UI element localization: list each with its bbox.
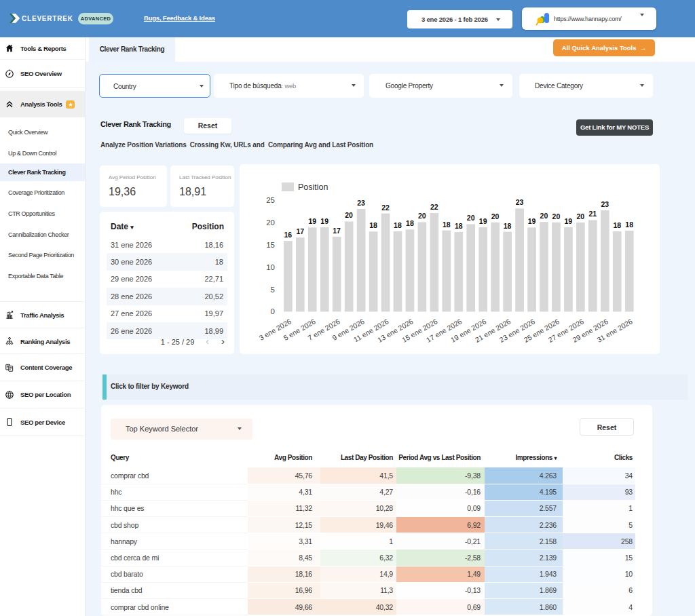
svg-text:19: 19 [320, 217, 328, 225]
svg-text:16: 16 [284, 231, 292, 239]
svg-text:Position: Position [298, 182, 328, 192]
svg-text:23: 23 [357, 199, 365, 207]
svg-text:23: 23 [601, 200, 609, 208]
svg-text:23: 23 [516, 198, 524, 206]
svg-text:0: 0 [271, 307, 275, 315]
svg-text:18: 18 [625, 220, 633, 229]
svg-text:19: 19 [308, 217, 316, 225]
svg-text:20: 20 [552, 212, 561, 220]
svg-text:18: 18 [443, 220, 451, 229]
svg-text:18: 18 [394, 221, 402, 229]
svg-text:20: 20 [540, 212, 548, 220]
svg-text:17: 17 [333, 227, 341, 235]
svg-text:20: 20 [576, 212, 584, 220]
svg-text:20: 20 [418, 212, 426, 220]
svg-text:22: 22 [381, 204, 390, 212]
svg-text:19: 19 [479, 217, 487, 225]
svg-text:17: 17 [296, 227, 304, 235]
svg-text:18: 18 [406, 219, 414, 227]
svg-text:15: 15 [266, 241, 275, 249]
svg-text:20: 20 [467, 214, 475, 222]
svg-text:18: 18 [455, 222, 463, 230]
svg-text:18: 18 [613, 221, 621, 229]
svg-text:5: 5 [271, 286, 275, 294]
svg-text:22: 22 [430, 203, 438, 211]
svg-text:18: 18 [369, 221, 377, 229]
svg-text:20: 20 [491, 212, 500, 220]
svg-text:21: 21 [588, 210, 597, 218]
svg-text:20: 20 [266, 218, 275, 227]
svg-text:19: 19 [565, 217, 573, 225]
svg-text:20: 20 [345, 211, 353, 219]
svg-text:10: 10 [266, 263, 275, 271]
svg-text:25: 25 [266, 196, 275, 204]
svg-text:19: 19 [528, 217, 536, 225]
svg-text:18: 18 [504, 222, 512, 230]
